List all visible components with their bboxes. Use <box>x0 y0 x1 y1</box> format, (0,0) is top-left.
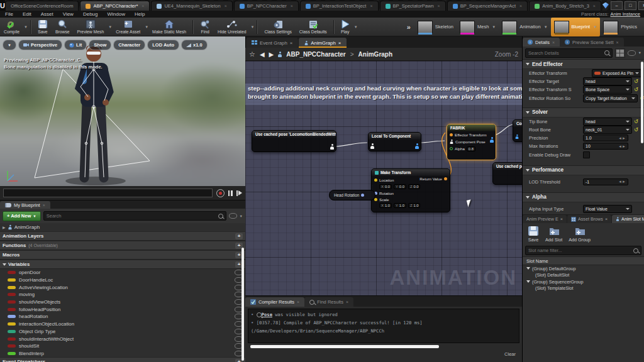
asset-tab-officescene[interactable]: OfficeSceneConferenceRoom <box>5 1 79 11</box>
alpha-pin[interactable] <box>450 147 453 150</box>
reset-to-default-icon[interactable]: ↺ <box>634 127 638 133</box>
lit-mode-button[interactable]: Lit <box>64 40 87 50</box>
reset-to-default-icon[interactable]: ↺ <box>634 87 638 92</box>
tab-details[interactable]: iDetails× <box>523 38 560 47</box>
close-tab-icon[interactable]: × <box>225 4 227 8</box>
root-bone-dropdown[interactable]: neck_01 <box>583 126 632 134</box>
asset-family-blueprint[interactable]: Blueprint▼ <box>551 18 601 36</box>
rotation-output-pin[interactable] <box>361 194 364 197</box>
tab-animgraph[interactable]: AnimGraph× <box>299 38 347 48</box>
view-options-dropdown-icon[interactable]: ▼ <box>638 51 641 55</box>
close-tab-icon[interactable]: × <box>616 40 618 45</box>
slot-group-row[interactable]: (Group) SequencerGroup <box>523 278 644 285</box>
asset-tab-anim-body-stretch[interactable]: Anim_Body_Stretch_3× <box>529 1 601 11</box>
enable-debug-draw-checkbox[interactable] <box>583 151 590 158</box>
variable-row[interactable]: DoorHandleLoc <box>0 277 245 284</box>
preview-viewport[interactable]: ▼ Perspective Lit Show Character LOD Aut… <box>0 36 245 200</box>
asset-tab-abp-npccharacter[interactable]: ABP_NPCCharacter*× <box>80 1 150 11</box>
add-slot-button[interactable]: Add Slot <box>545 226 562 243</box>
tab-anim-preview-editor[interactable]: Anim Preview E× <box>523 215 567 223</box>
filter-dropdown-icon[interactable]: ▼ <box>240 214 243 218</box>
variable-row[interactable]: shouldViewObjects <box>0 299 245 306</box>
node-use-cached-pose[interactable]: Use cached pose 'LocomotionBlendedWithTe… <box>252 130 336 152</box>
pose-output-pin[interactable] <box>415 143 419 149</box>
node-component-to-local-partial[interactable]: Com <box>513 119 522 142</box>
tip-bone-dropdown[interactable]: head <box>583 118 632 126</box>
section-end-effector[interactable]: End Effector <box>523 59 644 69</box>
add-new-button[interactable]: + Add New▼ <box>3 211 41 221</box>
slot-group-row[interactable]: (Group) DefaultGroup <box>523 265 644 272</box>
section-animation-layers[interactable]: Animation Layers+ <box>0 231 245 241</box>
close-tab-icon[interactable]: × <box>560 216 563 222</box>
section-variables[interactable]: Variables+ <box>0 260 245 269</box>
show-menu-button[interactable]: Show <box>89 40 111 50</box>
tab-compiler-results[interactable]: Compiler Results× <box>245 297 304 307</box>
max-iterations-field[interactable]: 10◄► <box>583 143 628 150</box>
preview-mesh-button[interactable]: Preview Mesh <box>74 18 108 36</box>
save-button[interactable]: Save <box>34 18 52 36</box>
pose-input-pin[interactable] <box>516 134 519 139</box>
effector-transform-pin[interactable] <box>450 133 453 136</box>
timeline-scrubber[interactable] <box>3 189 213 197</box>
character-menu-button[interactable]: Character <box>113 40 145 50</box>
details-search-input[interactable]: Search Details <box>525 48 613 58</box>
effector-target-dropdown[interactable]: head <box>583 77 632 85</box>
slot-name-filter-input[interactable]: Slot name filter... <box>525 246 641 255</box>
make-static-mesh-button[interactable]: Make Static Mesh <box>148 18 190 36</box>
asset-tab-mannequin-skeleton[interactable]: UE4_Mannequin_Skeleton× <box>151 1 232 11</box>
lod-button[interactable]: LOD Auto <box>147 40 179 50</box>
lod-threshold-field[interactable]: -1◄► <box>583 178 628 185</box>
close-tab-icon[interactable]: × <box>297 300 299 304</box>
node-use-cached-pose-2[interactable]: Use cached pose <box>492 162 522 185</box>
playback-speed-button[interactable]: x1.0 <box>181 40 208 50</box>
animgraph-canvas[interactable]: step--adding additional neck curving and… <box>245 61 522 295</box>
close-tab-icon[interactable]: × <box>552 40 555 45</box>
section-functions[interactable]: Functions(4 Overridable)+ <box>0 241 245 250</box>
asset-tab-bp-spectatorpawn[interactable]: BP_SpectatorPawn× <box>380 1 446 11</box>
variable-row[interactable]: shouldSit <box>0 343 245 350</box>
node-make-transform[interactable]: Make Transform Return Value Location X0.… <box>371 168 450 212</box>
variable-row[interactable]: BlendInterp <box>0 350 245 358</box>
close-tab-icon[interactable]: × <box>43 203 45 207</box>
section-performance[interactable]: Performance <box>523 165 644 175</box>
log-link[interactable]: Pose <box>262 312 272 317</box>
close-tab-icon[interactable]: × <box>291 4 293 8</box>
tab-asset-browser[interactable]: Asset Brows× <box>567 215 611 223</box>
breadcrumb-root[interactable]: ABP_NPCCharacter <box>286 51 345 58</box>
menu-edit[interactable]: Edit <box>23 11 31 17</box>
rotation-source-dropdown[interactable]: Copy Target Rotation <box>583 94 638 102</box>
compile-button[interactable]: Compile <box>0 18 23 36</box>
pause-button[interactable] <box>228 190 233 196</box>
visibility-filter-icon[interactable] <box>229 213 237 219</box>
variable-row[interactable]: moving <box>0 291 245 299</box>
slot-row[interactable]: (Slot) DefaultSlot <box>523 272 644 279</box>
menu-asset[interactable]: Asset <box>41 11 53 17</box>
browse-button[interactable]: Browse <box>52 18 74 36</box>
blueprint-search-input[interactable]: Search <box>43 211 226 221</box>
variable-row[interactable]: shouldInteractWithObject <box>0 335 245 343</box>
add-group-button[interactable]: Add Group <box>569 226 591 243</box>
tab-find-results[interactable]: Find Results× <box>304 297 353 307</box>
component-pose-pin[interactable] <box>450 139 453 143</box>
class-settings-button[interactable]: Class Settings <box>260 18 295 36</box>
find-button[interactable]: Find <box>196 18 214 36</box>
slot-save-button[interactable]: Save <box>528 226 539 243</box>
class-defaults-button[interactable]: Class Defaults <box>296 18 331 36</box>
close-tab-icon[interactable]: × <box>142 4 144 8</box>
play-dropdown-icon[interactable]: ▼ <box>354 25 358 29</box>
more-toolbar-chevron-icon[interactable]: » <box>407 23 411 31</box>
variable-row[interactable]: Object Grip Type <box>0 328 245 336</box>
variable-row[interactable]: headRotation <box>0 313 245 321</box>
variable-row[interactable]: ActiveViewingLocation <box>0 283 245 291</box>
section-alpha[interactable]: Alpha <box>523 192 644 202</box>
asset-tab-bp-npccharacter[interactable]: BP_NPCCharacter× <box>234 1 299 11</box>
close-button[interactable]: ✕ <box>638 1 644 10</box>
asset-tab-bp-sequencemanager[interactable]: BP_SequenceManagerAct× <box>447 1 528 11</box>
add-animation-layer-button[interactable]: + <box>235 233 243 239</box>
asset-family-animation[interactable]: Animation▼ <box>499 18 550 36</box>
pose-output-pin[interactable] <box>330 144 334 150</box>
animgraph-tree-item[interactable]: ▶ AnimGraph <box>0 223 245 231</box>
variable-row[interactable]: interactionObjectLocation <box>0 321 245 328</box>
variable-row[interactable]: followHeadPosition <box>0 305 245 313</box>
section-event-dispatchers[interactable]: Event Dispatchers+ <box>0 357 245 362</box>
